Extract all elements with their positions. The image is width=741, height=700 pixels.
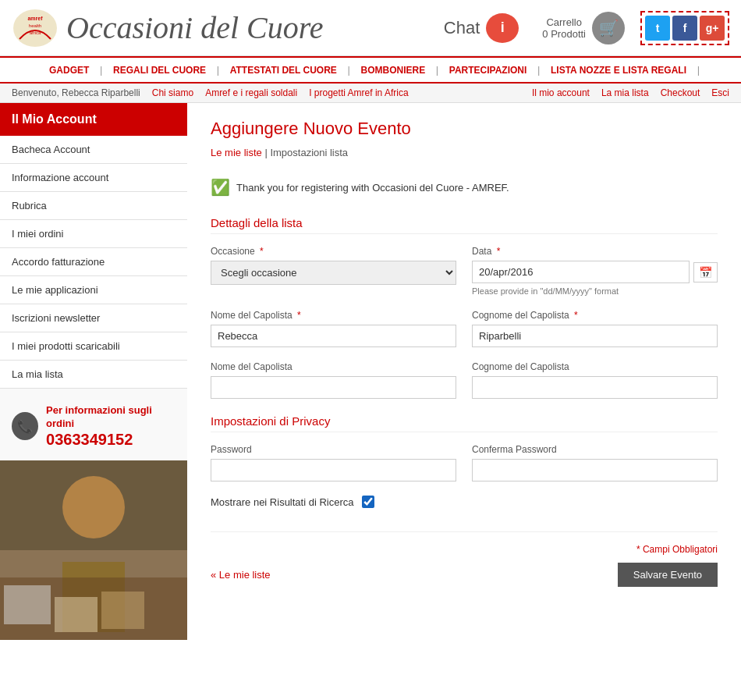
sidebar-item-lista[interactable]: La mia lista: [0, 361, 187, 388]
occasion-select[interactable]: Scegli occasione: [211, 261, 456, 285]
occasion-date-row: Occasione * Scegli occasione Data * 📅 Pl…: [211, 246, 718, 296]
nome1-label: Nome del Capolista *: [211, 310, 456, 321]
nav-partecipazioni[interactable]: PARTECIPAZIONI: [449, 65, 527, 76]
list-item: I miei prodotti scaricabili: [0, 332, 187, 361]
logo-area: amref health africa Occasioni del Cuore: [12, 6, 420, 49]
cart-icon[interactable]: 🛒: [592, 12, 625, 44]
list-item: I miei ordini: [0, 220, 187, 248]
esci-link[interactable]: Esci: [711, 87, 729, 98]
cognome2-input[interactable]: [472, 376, 718, 399]
svg-rect-11: [101, 592, 144, 629]
cart-area: Carrello 0 Prodotti 🛒: [542, 12, 625, 44]
top-nav-right: Il mio account La mia lista Checkout Esc…: [532, 87, 729, 98]
sidebar-item-accordo[interactable]: Accordo fatturazione: [0, 248, 187, 275]
search-results-row: Mostrare nei Risultati di Ricerca: [211, 496, 718, 508]
form-footer: * Campi Obbligatori: [211, 531, 718, 555]
date-label: Data *: [472, 246, 718, 257]
required-star2: *: [497, 246, 501, 257]
nav-lista-nozze[interactable]: LISTA NOZZE E LISTA REGALI: [551, 65, 686, 76]
list-item: Iscrizioni newsletter: [0, 304, 187, 332]
success-icon: ✅: [211, 178, 230, 197]
social-icons: t f g+: [640, 11, 729, 45]
save-button[interactable]: Salvare Evento: [618, 563, 718, 587]
cart-text: Carrello 0 Prodotti: [542, 16, 586, 40]
amref-regali-link[interactable]: Amref e i regali soldali: [205, 87, 297, 98]
cognome1-group: Cognome del Capolista *: [472, 310, 718, 347]
sidebar: Il Mio Account Bacheca Account Informazi…: [0, 103, 187, 640]
main-layout: Il Mio Account Bacheca Account Informazi…: [0, 103, 741, 640]
header: amref health africa Occasioni del Cuore …: [0, 0, 741, 56]
list-item: Informazione account: [0, 164, 187, 192]
nome2-group: Nome del Capolista: [211, 361, 456, 399]
svg-rect-10: [55, 597, 98, 632]
back-link[interactable]: « Le mie liste: [211, 569, 271, 581]
chat-icon: i: [501, 20, 505, 36]
search-results-checkbox[interactable]: [362, 496, 374, 508]
list-item: Bacheca Account: [0, 136, 187, 164]
sidebar-item-ordini[interactable]: I miei ordini: [0, 220, 187, 247]
success-text: Thank you for registering with Occasioni…: [236, 182, 509, 194]
progetti-link[interactable]: I progetti Amref in Africa: [309, 87, 408, 98]
breadcrumb-current: Impostazioni lista: [270, 147, 348, 158]
nome2-label: Nome del Capolista: [211, 361, 456, 372]
sidebar-item-newsletter[interactable]: Iscrizioni newsletter: [0, 304, 187, 332]
required-star: *: [260, 246, 264, 257]
top-nav-left: Benvenuto, Rebecca Riparbelli Chi siamo …: [12, 87, 409, 98]
sidebar-item-scaricabili[interactable]: I miei prodotti scaricabili: [0, 332, 187, 360]
occasion-label: Occasione *: [211, 246, 456, 257]
sidebar-item-rubrica[interactable]: Rubrica: [0, 192, 187, 219]
facebook-button[interactable]: f: [672, 16, 697, 41]
cart-count: 0 Prodotti: [542, 28, 586, 40]
checkout-link[interactable]: Checkout: [661, 87, 700, 98]
sidebar-title: Il Mio Account: [0, 103, 187, 136]
mio-account-link[interactable]: Il mio account: [532, 87, 590, 98]
confirm-password-group: Conferma Password: [472, 444, 718, 481]
required-star4: *: [574, 310, 578, 321]
cognome1-label: Cognome del Capolista *: [472, 310, 718, 321]
password-label: Password: [211, 444, 456, 455]
password-input[interactable]: [211, 459, 456, 481]
sidebar-item-applicazioni[interactable]: Le mie applicazioni: [0, 276, 187, 304]
svg-rect-9: [4, 585, 51, 624]
page-subtitle: Le mie liste | Impostazioni lista: [211, 147, 718, 158]
mia-lista-link[interactable]: La mia lista: [601, 87, 649, 98]
password-row: Password Conferma Password: [211, 444, 718, 481]
form-actions: « Le mie liste Salvare Evento: [211, 563, 718, 587]
sidebar-item-bacheca[interactable]: Bacheca Account: [0, 136, 187, 163]
confirm-password-input[interactable]: [472, 459, 718, 481]
twitter-button[interactable]: t: [645, 16, 670, 41]
list-item: La mia lista: [0, 361, 187, 389]
phone-number: 0363349152: [46, 431, 176, 449]
content: Aggiungere Nuovo Evento Le mie liste | I…: [187, 103, 741, 640]
gplus-button[interactable]: g+: [700, 16, 725, 41]
chat-bubble[interactable]: i: [486, 13, 519, 43]
svg-text:health: health: [29, 23, 41, 28]
phone-icon: 📞: [12, 412, 38, 440]
mie-liste-breadcrumb[interactable]: Le mie liste: [211, 147, 262, 158]
sidebar-item-informazione[interactable]: Informazione account: [0, 164, 187, 191]
confirm-password-label: Conferma Password: [472, 444, 718, 455]
calendar-button[interactable]: 📅: [693, 262, 718, 282]
date-input[interactable]: [472, 261, 690, 283]
nome1-cognome1-row: Nome del Capolista * Cognome del Capolis…: [211, 310, 718, 347]
cognome1-input[interactable]: [472, 325, 718, 347]
nav-regali[interactable]: REGALI DEL CUORE: [113, 65, 206, 76]
nav-bomboniere[interactable]: BOMBONIERE: [360, 65, 425, 76]
required-note: * Campi Obbligatori: [636, 544, 718, 555]
chat-label: Chat: [444, 18, 480, 38]
nome2-input[interactable]: [211, 376, 456, 399]
date-group: Data * 📅 Please provide in "dd/MM/yyyy" …: [472, 246, 718, 296]
privacy-title: Impostazioni di Privacy: [211, 414, 718, 432]
nome1-input[interactable]: [211, 325, 456, 347]
nav-bar: GADGET | REGALI DEL CUORE | ATTESTATI DE…: [0, 56, 741, 84]
nav-attestati[interactable]: ATTESTATI DEL CUORE: [230, 65, 337, 76]
nav-gadget[interactable]: GADGET: [49, 65, 89, 76]
nome2-cognome2-row: Nome del Capolista Cognome del Capolista: [211, 361, 718, 399]
chi-siamo-link[interactable]: Chi siamo: [152, 87, 193, 98]
cognome2-group: Cognome del Capolista: [472, 361, 718, 399]
svg-point-6: [62, 476, 125, 538]
amref-logo: amref health africa: [12, 6, 58, 49]
phone-info-label: Per informazioni sugli ordini: [46, 404, 176, 431]
cognome2-label: Cognome del Capolista: [472, 361, 718, 372]
sidebar-menu: Bacheca Account Informazione account Rub…: [0, 136, 187, 389]
